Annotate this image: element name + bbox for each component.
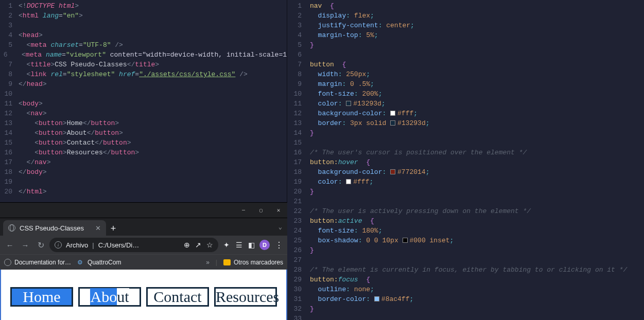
code-line[interactable]: 13 <button>Home</button> bbox=[0, 118, 287, 128]
code-line[interactable]: 11 color: #13293d; bbox=[287, 99, 644, 109]
side-panel-icon[interactable]: ◧ bbox=[247, 241, 255, 249]
code-line[interactable]: 7button { bbox=[287, 60, 644, 69]
code-line[interactable]: 31 border-color: #8ac4ff; bbox=[287, 294, 644, 304]
reading-list-icon[interactable]: ☰ bbox=[235, 241, 243, 249]
nav-button-home[interactable]: Home bbox=[10, 287, 73, 307]
star-icon[interactable]: ☆ bbox=[206, 241, 213, 249]
forward-button[interactable] bbox=[19, 238, 32, 252]
code-line[interactable]: 5} bbox=[287, 40, 644, 50]
bookmarks-bar: Documentation for… QuattroCom » | Otros … bbox=[0, 254, 287, 270]
code-line[interactable]: 1nav { bbox=[287, 1, 644, 11]
address-bar[interactable]: i Archivo | C:/Users/Di… ⊕ ↗ ☆ bbox=[49, 238, 218, 252]
share-icon[interactable]: ↗ bbox=[195, 241, 201, 249]
code-line[interactable]: 4<head> bbox=[0, 30, 287, 40]
bookmark-label: QuattroCom bbox=[88, 259, 121, 266]
globe-icon bbox=[4, 259, 11, 266]
bookmark-label: Documentation for… bbox=[14, 259, 71, 266]
code-line[interactable]: 3 bbox=[0, 21, 287, 30]
code-line[interactable]: 2<html lang="en"> bbox=[0, 11, 287, 21]
browser-window: CSS Pseudo-Classes ✕ + ⌄ i Archivo | C:/… bbox=[0, 202, 287, 320]
code-line[interactable]: 6 <meta name="viewport" content="width=d… bbox=[0, 50, 287, 60]
css-editor-pane[interactable]: 1nav {2 display: flex;3 justify-content:… bbox=[287, 0, 644, 320]
code-line[interactable]: 30 outline: none; bbox=[287, 285, 644, 294]
address-bar-path: C:/Users/Di… bbox=[98, 241, 139, 249]
globe-icon bbox=[8, 224, 15, 232]
browser-menu-button[interactable]: ⋮ bbox=[274, 240, 284, 250]
window-titlebar bbox=[0, 203, 287, 218]
browser-tab[interactable]: CSS Pseudo-Classes ✕ bbox=[3, 220, 106, 236]
code-line[interactable]: 24 font-size: 180%; bbox=[287, 226, 644, 236]
window-maximize-button[interactable] bbox=[252, 203, 270, 218]
nav-button-resources[interactable]: Resources bbox=[214, 287, 277, 307]
code-line[interactable]: 17button:hover { bbox=[287, 157, 644, 167]
code-line[interactable]: 7 <title>CSS Pseudo-Classes</title> bbox=[0, 60, 287, 69]
bookmark-item[interactable]: QuattroCom bbox=[77, 259, 121, 266]
code-line[interactable]: 8 <link rel="stylesheet" href="./assets/… bbox=[0, 69, 287, 79]
rendered-page: HomeAboutContactResources bbox=[0, 270, 287, 320]
code-line[interactable]: 18 background-color: #772014; bbox=[287, 167, 644, 177]
code-line[interactable]: 20} bbox=[287, 187, 644, 197]
bookmarks-folder[interactable]: Otros marcadores bbox=[223, 259, 283, 266]
code-line[interactable]: 12 <nav> bbox=[0, 109, 287, 118]
code-line[interactable]: 8 width: 250px; bbox=[287, 69, 644, 79]
gear-icon bbox=[77, 259, 84, 266]
code-line[interactable]: 33 bbox=[287, 314, 644, 320]
code-line[interactable]: 2 display: flex; bbox=[287, 11, 644, 21]
code-line[interactable]: 5 <meta charset="UTF-8" /> bbox=[0, 40, 287, 50]
code-line[interactable]: 4 margin-top: 5%; bbox=[287, 30, 644, 40]
code-line[interactable]: 23button:active { bbox=[287, 216, 644, 226]
code-line[interactable]: 18</body> bbox=[0, 167, 287, 177]
nav-button-contact[interactable]: Contact bbox=[146, 287, 209, 307]
code-line[interactable]: 13 border: 3px solid #13293d; bbox=[287, 118, 644, 128]
new-tab-button[interactable]: + bbox=[106, 221, 120, 236]
code-line[interactable]: 16/* The user's cursor is positioned ove… bbox=[287, 148, 644, 157]
html-editor-pane[interactable]: 1<!DOCTYPE html>2<html lang="en">34<head… bbox=[0, 0, 287, 202]
code-line[interactable]: 9</head> bbox=[0, 79, 287, 89]
window-close-button[interactable] bbox=[270, 203, 287, 218]
code-line[interactable]: 11<body> bbox=[0, 99, 287, 109]
code-line[interactable]: 3 justify-content: center; bbox=[287, 21, 644, 30]
code-line[interactable]: 6 bbox=[287, 50, 644, 60]
code-line[interactable]: 15 <button>Contact</button> bbox=[0, 138, 287, 148]
code-line[interactable]: 28/* The element is currently in focus, … bbox=[287, 265, 644, 275]
code-line[interactable]: 25 box-shadow: 0 0 10px #000 inset; bbox=[287, 236, 644, 245]
code-line[interactable]: 19 bbox=[0, 177, 287, 187]
code-line[interactable]: 19 color: #fff; bbox=[287, 177, 644, 187]
code-line[interactable]: 14} bbox=[287, 128, 644, 138]
code-line[interactable]: 12 background-color: #fff; bbox=[287, 109, 644, 118]
code-line[interactable]: 1<!DOCTYPE html> bbox=[0, 1, 287, 11]
code-line[interactable]: 26} bbox=[287, 245, 644, 255]
window-minimize-button[interactable] bbox=[235, 203, 252, 218]
code-line[interactable]: 10 font-size: 200%; bbox=[287, 89, 644, 99]
profile-avatar[interactable]: D bbox=[259, 240, 270, 250]
code-line[interactable]: 16 <button>Resources</button> bbox=[0, 148, 287, 157]
tabs-dropdown-button[interactable]: ⌄ bbox=[279, 223, 282, 231]
code-line[interactable]: 9 margin: 0 .5%; bbox=[287, 79, 644, 89]
code-line[interactable]: 15 bbox=[287, 138, 644, 148]
code-line[interactable]: 10 bbox=[0, 89, 287, 99]
browser-tab-title: CSS Pseudo-Classes bbox=[20, 225, 84, 232]
code-line[interactable]: 22/* The user is actively pressing down … bbox=[287, 206, 644, 216]
address-bar-label: Archivo bbox=[66, 241, 88, 249]
code-line[interactable]: 20</html> bbox=[0, 187, 287, 197]
translate-icon[interactable]: ⊕ bbox=[184, 241, 190, 249]
code-line[interactable]: 14 <button>About</button> bbox=[0, 128, 287, 138]
back-button[interactable] bbox=[3, 238, 16, 252]
site-info-icon[interactable]: i bbox=[55, 241, 62, 248]
bookmark-item[interactable]: Documentation for… bbox=[4, 259, 71, 266]
browser-tabbar: CSS Pseudo-Classes ✕ + ⌄ bbox=[0, 218, 287, 236]
folder-icon bbox=[223, 259, 231, 265]
code-line[interactable]: 27 bbox=[287, 255, 644, 265]
code-line[interactable]: 21 bbox=[287, 197, 644, 206]
browser-toolbar: i Archivo | C:/Users/Di… ⊕ ↗ ☆ ✦ ☰ ◧ D ⋮ bbox=[0, 236, 287, 254]
nav-button-about[interactable]: About bbox=[78, 287, 141, 307]
code-line[interactable]: 29button:focus { bbox=[287, 275, 644, 285]
reload-button[interactable] bbox=[34, 238, 47, 252]
code-line[interactable]: 32} bbox=[287, 304, 644, 314]
bookmarks-folder-label: Otros marcadores bbox=[234, 259, 283, 266]
code-line[interactable]: 17 </nav> bbox=[0, 157, 287, 167]
close-icon[interactable]: ✕ bbox=[95, 225, 101, 232]
extensions-icon[interactable]: ✦ bbox=[222, 241, 231, 249]
